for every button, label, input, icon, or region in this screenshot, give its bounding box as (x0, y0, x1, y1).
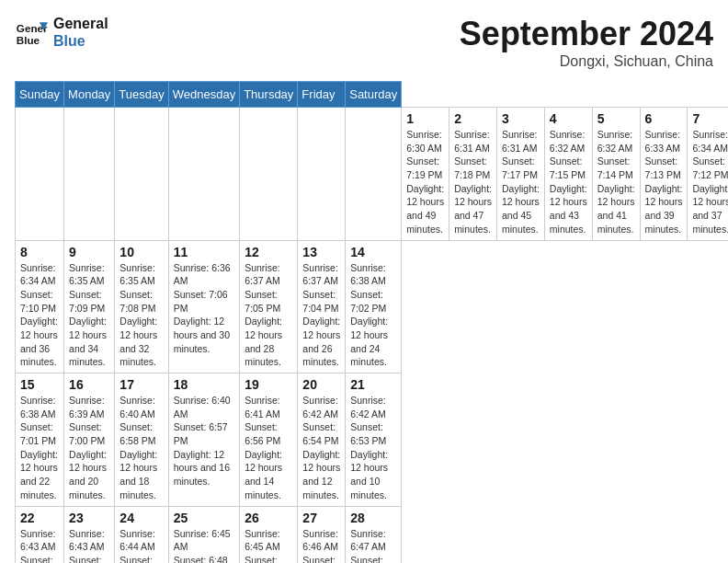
calendar-day-header: Saturday (346, 82, 402, 108)
calendar-week-row: 22Sunrise: 6:43 AMSunset: 6:52 PMDayligh… (16, 506, 729, 563)
day-number: 8 (20, 245, 59, 259)
calendar-cell: 5Sunrise: 6:32 AMSunset: 7:14 PMDaylight… (592, 108, 640, 241)
calendar-week-row: 15Sunrise: 6:38 AMSunset: 7:01 PMDayligh… (16, 373, 729, 507)
day-info: Sunrise: 6:30 AMSunset: 7:19 PMDaylight:… (406, 128, 444, 236)
day-info: Sunrise: 6:45 AMSunset: 6:46 PMDaylight:… (245, 527, 292, 564)
calendar-cell: 28Sunrise: 6:47 AMSunset: 6:44 PMDayligh… (346, 506, 402, 563)
day-info: Sunrise: 6:34 AMSunset: 7:10 PMDaylight:… (20, 261, 59, 370)
day-number: 22 (20, 511, 59, 525)
day-number: 13 (302, 245, 340, 259)
calendar-cell: 26Sunrise: 6:45 AMSunset: 6:46 PMDayligh… (240, 506, 298, 563)
calendar-cell: 13Sunrise: 6:37 AMSunset: 7:04 PMDayligh… (298, 240, 346, 373)
calendar-cell: 27Sunrise: 6:46 AMSunset: 6:45 PMDayligh… (298, 506, 346, 563)
calendar-cell: 24Sunrise: 6:44 AMSunset: 6:49 PMDayligh… (115, 506, 168, 563)
calendar-cell: 11Sunrise: 6:36 AMSunset: 7:06 PMDayligh… (168, 240, 239, 373)
day-info: Sunrise: 6:44 AMSunset: 6:49 PMDaylight:… (119, 527, 163, 564)
day-number: 16 (69, 377, 109, 392)
calendar-cell: 14Sunrise: 6:38 AMSunset: 7:02 PMDayligh… (346, 240, 402, 373)
calendar-cell: 10Sunrise: 6:35 AMSunset: 7:08 PMDayligh… (115, 240, 168, 373)
calendar-cell: 8Sunrise: 6:34 AMSunset: 7:10 PMDaylight… (16, 240, 64, 373)
title-area: September 2024 Dongxi, Sichuan, China (460, 15, 713, 70)
day-number: 14 (350, 245, 396, 259)
day-number: 9 (69, 245, 109, 259)
day-info: Sunrise: 6:41 AMSunset: 6:56 PMDaylight:… (245, 394, 292, 502)
day-info: Sunrise: 6:45 AMSunset: 6:48 PMDaylight:… (174, 527, 234, 564)
calendar-cell: 21Sunrise: 6:42 AMSunset: 6:53 PMDayligh… (346, 373, 402, 507)
day-info: Sunrise: 6:35 AMSunset: 7:09 PMDaylight:… (69, 261, 109, 370)
calendar-cell (115, 108, 168, 241)
day-info: Sunrise: 6:47 AMSunset: 6:44 PMDaylight:… (350, 527, 396, 564)
calendar-day-header: Monday (64, 82, 115, 108)
logo-icon: General Blue (15, 16, 48, 49)
day-info: Sunrise: 6:38 AMSunset: 7:02 PMDaylight:… (350, 261, 396, 370)
logo-line2: Blue (53, 32, 108, 50)
day-number: 3 (502, 111, 540, 126)
day-info: Sunrise: 6:31 AMSunset: 7:18 PMDaylight:… (454, 128, 492, 236)
calendar-cell: 3Sunrise: 6:31 AMSunset: 7:17 PMDaylight… (496, 108, 544, 241)
calendar-day-header: Wednesday (168, 82, 239, 108)
day-number: 15 (20, 377, 59, 392)
day-info: Sunrise: 6:46 AMSunset: 6:45 PMDaylight:… (302, 527, 340, 564)
calendar-cell (64, 108, 115, 241)
calendar-cell (240, 108, 298, 241)
calendar-cell: 20Sunrise: 6:42 AMSunset: 6:54 PMDayligh… (298, 373, 346, 507)
calendar-cell: 1Sunrise: 6:30 AMSunset: 7:19 PMDaylight… (402, 108, 449, 241)
day-info: Sunrise: 6:34 AMSunset: 7:12 PMDaylight:… (692, 128, 728, 236)
day-info: Sunrise: 6:40 AMSunset: 6:57 PMDaylight:… (174, 394, 234, 488)
day-info: Sunrise: 6:36 AMSunset: 7:06 PMDaylight:… (174, 261, 234, 356)
day-number: 24 (119, 511, 163, 525)
day-info: Sunrise: 6:35 AMSunset: 7:08 PMDaylight:… (119, 261, 163, 370)
day-number: 25 (174, 511, 234, 525)
month-title: September 2024 (460, 15, 713, 53)
day-number: 4 (550, 111, 587, 126)
day-info: Sunrise: 6:38 AMSunset: 7:01 PMDaylight:… (20, 394, 59, 502)
calendar-cell: 6Sunrise: 6:33 AMSunset: 7:13 PMDaylight… (640, 108, 688, 241)
day-info: Sunrise: 6:32 AMSunset: 7:15 PMDaylight:… (550, 128, 587, 236)
day-info: Sunrise: 6:43 AMSunset: 6:52 PMDaylight:… (20, 527, 59, 564)
day-number: 28 (350, 511, 396, 525)
calendar-table: SundayMondayTuesdayWednesdayThursdayFrid… (15, 81, 728, 563)
calendar-cell: 12Sunrise: 6:37 AMSunset: 7:05 PMDayligh… (240, 240, 298, 373)
day-number: 11 (174, 245, 234, 259)
calendar-header-row: SundayMondayTuesdayWednesdayThursdayFrid… (16, 82, 729, 108)
svg-text:Blue: Blue (17, 34, 40, 46)
calendar-day-header: Friday (298, 82, 346, 108)
logo: General Blue General Blue (15, 15, 108, 50)
calendar-cell (346, 108, 402, 241)
day-number: 21 (350, 377, 396, 392)
day-info: Sunrise: 6:37 AMSunset: 7:05 PMDaylight:… (245, 261, 292, 370)
calendar-week-row: 8Sunrise: 6:34 AMSunset: 7:10 PMDaylight… (16, 240, 729, 373)
day-number: 20 (302, 377, 340, 392)
day-number: 10 (119, 245, 163, 259)
day-number: 18 (174, 377, 234, 392)
calendar-cell: 2Sunrise: 6:31 AMSunset: 7:18 PMDaylight… (449, 108, 497, 241)
calendar-cell: 17Sunrise: 6:40 AMSunset: 6:58 PMDayligh… (115, 373, 168, 507)
day-number: 19 (245, 377, 292, 392)
calendar-cell: 23Sunrise: 6:43 AMSunset: 6:50 PMDayligh… (64, 506, 115, 563)
calendar-cell (298, 108, 346, 241)
calendar-week-row: 1Sunrise: 6:30 AMSunset: 7:19 PMDaylight… (16, 108, 729, 241)
calendar-cell: 18Sunrise: 6:40 AMSunset: 6:57 PMDayligh… (168, 373, 239, 507)
day-number: 12 (245, 245, 292, 259)
day-number: 5 (597, 111, 635, 126)
calendar-cell (168, 108, 239, 241)
day-info: Sunrise: 6:43 AMSunset: 6:50 PMDaylight:… (69, 527, 109, 564)
day-number: 23 (69, 511, 109, 525)
day-info: Sunrise: 6:33 AMSunset: 7:13 PMDaylight:… (645, 128, 683, 236)
day-number: 2 (454, 111, 492, 126)
calendar-cell: 9Sunrise: 6:35 AMSunset: 7:09 PMDaylight… (64, 240, 115, 373)
calendar-day-header: Tuesday (115, 82, 168, 108)
calendar-cell: 16Sunrise: 6:39 AMSunset: 7:00 PMDayligh… (64, 373, 115, 507)
day-number: 26 (245, 511, 292, 525)
day-number: 17 (119, 377, 163, 392)
location: Dongxi, Sichuan, China (460, 53, 713, 70)
calendar-cell: 22Sunrise: 6:43 AMSunset: 6:52 PMDayligh… (16, 506, 64, 563)
page-header: General Blue General Blue September 2024… (15, 15, 713, 70)
day-info: Sunrise: 6:40 AMSunset: 6:58 PMDaylight:… (119, 394, 163, 502)
day-info: Sunrise: 6:37 AMSunset: 7:04 PMDaylight:… (302, 261, 340, 370)
day-number: 7 (692, 111, 728, 126)
day-info: Sunrise: 6:31 AMSunset: 7:17 PMDaylight:… (502, 128, 540, 236)
day-number: 6 (645, 111, 683, 126)
calendar-cell: 25Sunrise: 6:45 AMSunset: 6:48 PMDayligh… (168, 506, 239, 563)
calendar-cell: 15Sunrise: 6:38 AMSunset: 7:01 PMDayligh… (16, 373, 64, 507)
